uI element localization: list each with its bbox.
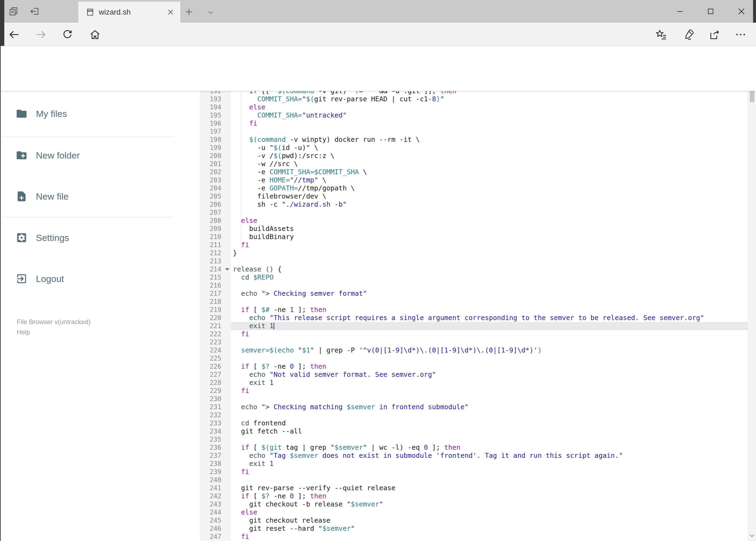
line-number: 200 <box>200 152 231 160</box>
code-line[interactable]: 215 cd $REPO <box>200 273 748 281</box>
code-line[interactable]: 237 echo "Tag $semver does not exist in … <box>200 452 748 460</box>
line-number: 194 <box>200 103 231 111</box>
code-line[interactable]: 232 <box>200 411 748 419</box>
code-line[interactable]: 212} <box>200 249 748 257</box>
sidebar-item-new-file[interactable]: New file <box>0 184 173 209</box>
code-line[interactable]: 225 <box>200 354 748 362</box>
line-number: 224 <box>200 346 231 354</box>
fold-arrow-icon[interactable] <box>225 268 229 270</box>
code-line[interactable]: 198 $(command -v winpty) docker run --rm… <box>200 136 748 144</box>
code-line[interactable]: 233 cd frontend <box>200 419 748 427</box>
code-line[interactable]: 239 fi <box>200 468 748 476</box>
share-button[interactable] <box>706 28 722 42</box>
code-line[interactable]: 217 echo "> Checking semver format" <box>200 289 748 297</box>
code-line[interactable]: 228 exit 1 <box>200 379 748 387</box>
sidebar-item-new-folder[interactable]: New folder <box>0 143 173 168</box>
code-line[interactable]: 199 -u "$(id -u)" \ <box>200 144 748 152</box>
code-line[interactable]: 247 fi <box>200 533 748 541</box>
code-line[interactable]: 242 if [ $? -ne 0 ]; then <box>200 492 748 500</box>
code-line[interactable]: 205 filebrowser/dev \ <box>200 192 748 201</box>
code-line[interactable]: 207 <box>200 209 748 217</box>
sidebar-item-logout[interactable]: Logout <box>0 267 173 291</box>
forward-icon <box>35 29 47 41</box>
code-line[interactable]: 219 if [ $# -ne 1 ]; then <box>200 306 748 314</box>
code-line[interactable]: 223 <box>200 338 748 346</box>
code-line[interactable]: 208 else <box>200 217 748 225</box>
code-line[interactable]: 204 -e GOPATH=//tmp/gopath \ <box>200 184 748 192</box>
minimize-button[interactable] <box>672 3 688 19</box>
browser-tab[interactable]: wizard.sh <box>78 2 180 23</box>
code-line[interactable]: 202 -e COMMIT_SHA=$COMMIT_SHA \ <box>200 168 748 176</box>
back-button[interactable] <box>7 28 21 42</box>
code-line[interactable]: 241 git rev-parse --verify --quiet relea… <box>200 484 748 492</box>
code-line[interactable]: 211 fi <box>200 241 748 249</box>
code-line[interactable]: 220 echo "This release script requires a… <box>200 314 748 322</box>
browser-navbar: filebrowser.web/files/wizard.sh <box>0 23 756 46</box>
code-text: fi <box>231 533 748 541</box>
code-line[interactable]: 216 <box>200 281 748 289</box>
sidebar-item-settings[interactable]: Settings <box>0 226 173 250</box>
code-line[interactable]: 236 if [ $(git tag | grep "$semver" | wc… <box>200 443 748 452</box>
code-line[interactable]: 213 <box>200 257 748 265</box>
code-line[interactable]: 221 exit 1 <box>200 322 748 330</box>
code-line[interactable]: 195 COMMIT_SHA="untracked" <box>200 111 748 119</box>
line-number: 196 <box>200 119 231 128</box>
code-line[interactable]: 229 fi <box>200 387 748 395</box>
code-line[interactable]: 227 echo "Not valid semver format. See s… <box>200 370 748 379</box>
new-tab-button[interactable] <box>182 6 195 17</box>
vertical-scrollbar[interactable] <box>748 46 756 541</box>
code-line[interactable]: 200 -v /$(pwd):/src:z \ <box>200 152 748 160</box>
code-line[interactable]: 231 echo "> Checking matching $semver in… <box>200 403 748 411</box>
code-line[interactable]: 194 else <box>200 103 748 111</box>
code-line[interactable]: 238 exit 1 <box>200 460 748 468</box>
home-button[interactable] <box>88 28 102 42</box>
code-line[interactable]: 214release () { <box>200 265 748 273</box>
code-editor[interactable]: 192 if [[ "$(command -v git)" != "" && -… <box>200 91 748 541</box>
code-line[interactable]: 222 fi <box>200 330 748 338</box>
code-line[interactable]: 218 <box>200 297 748 306</box>
code-line[interactable]: 224 semver=$(echo "$1" | grep -P '^v(0|[… <box>200 346 748 354</box>
favorites-hub-button[interactable] <box>653 28 669 42</box>
sidebar-item-my-files[interactable]: My files <box>0 102 173 126</box>
code-text: exit 1 <box>231 322 748 330</box>
code-text: git fetch --all <box>231 427 748 435</box>
code-line[interactable]: 244 else <box>200 508 748 516</box>
line-number: 228 <box>200 379 231 387</box>
more-button[interactable] <box>732 28 749 42</box>
code-line[interactable]: 246 git reset --hard "$semver" <box>200 525 748 533</box>
maximize-button[interactable] <box>702 3 719 19</box>
code-line[interactable]: 209 buildAssets <box>200 225 748 233</box>
code-text: if [[ "$(command -v git)" != "" && -d .g… <box>231 91 748 95</box>
code-line[interactable]: 197 <box>200 128 748 136</box>
code-line[interactable]: 230 <box>200 395 748 403</box>
code-line[interactable]: 203 -e HOME="//tmp" \ <box>200 176 748 184</box>
set-aside-tabs-button[interactable] <box>29 6 41 17</box>
code-line[interactable]: 210 buildBinary <box>200 233 748 241</box>
more-icon <box>734 28 747 41</box>
line-number: 204 <box>200 184 231 192</box>
line-number: 240 <box>200 476 231 484</box>
code-line[interactable]: 245 git checkout release <box>200 516 748 525</box>
refresh-button[interactable] <box>61 28 75 42</box>
close-tab-icon[interactable] <box>167 8 174 16</box>
code-line[interactable]: 201 -w //src \ <box>200 160 748 168</box>
tab-dropdown-button[interactable] <box>204 8 217 17</box>
web-note-button[interactable] <box>680 28 697 42</box>
tab-previews-button[interactable] <box>8 6 19 17</box>
scroll-down-button[interactable] <box>748 530 756 541</box>
code-line[interactable]: 193 COMMIT_SHA="$(git rev-parse HEAD | c… <box>200 95 748 103</box>
forward-button[interactable] <box>34 28 48 42</box>
code-line[interactable]: 196 fi <box>200 119 748 128</box>
code-line[interactable]: 234 git fetch --all <box>200 427 748 435</box>
code-text <box>231 209 748 217</box>
code-line[interactable]: 243 git checkout -b release "$semver" <box>200 500 748 508</box>
line-number: 208 <box>200 217 231 225</box>
help-link[interactable]: Help <box>17 328 30 336</box>
sidebar-item-label: Logout <box>36 273 64 284</box>
code-line[interactable]: 235 <box>200 435 748 443</box>
code-line[interactable]: 192 if [[ "$(command -v git)" != "" && -… <box>200 91 748 95</box>
code-line[interactable]: 226 if [ $? -ne 0 ]; then <box>200 362 748 370</box>
close-window-button[interactable] <box>733 3 750 19</box>
code-line[interactable]: 240 <box>200 476 748 484</box>
code-line[interactable]: 206 sh -c "./wizard.sh -b" <box>200 201 748 209</box>
